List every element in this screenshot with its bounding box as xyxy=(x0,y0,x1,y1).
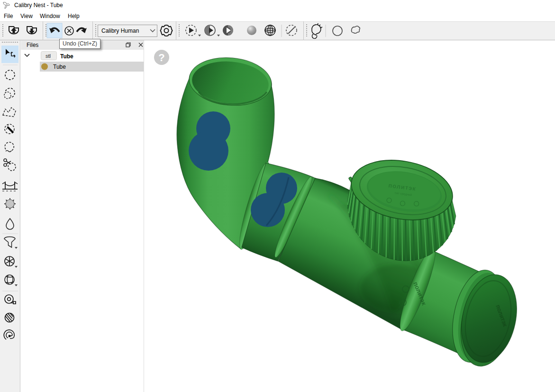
svg-text:?: ? xyxy=(158,52,164,64)
